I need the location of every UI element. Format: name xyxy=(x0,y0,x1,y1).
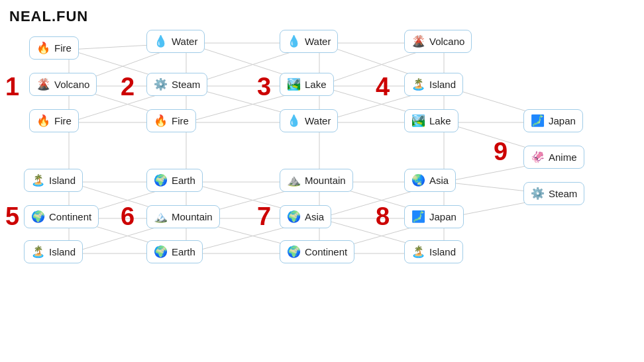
node-emoji: 💧 xyxy=(287,34,301,48)
step-label-3: 3 xyxy=(257,74,271,99)
node-emoji: 🌍 xyxy=(287,210,301,224)
node-n1[interactable]: 🔥Fire xyxy=(29,36,79,60)
node-label: Earth xyxy=(172,246,195,257)
node-emoji: ⚙️ xyxy=(154,77,168,91)
node-label: Lake xyxy=(305,79,327,90)
node-emoji: 🌏 xyxy=(411,173,425,187)
node-emoji: 🏞️ xyxy=(411,114,425,128)
node-emoji: 🔥 xyxy=(36,114,50,128)
node-emoji: 🏔️ xyxy=(154,210,168,224)
node-emoji: ⛰️ xyxy=(287,173,301,187)
node-emoji: 🗾 xyxy=(411,210,425,224)
node-emoji: 🌍 xyxy=(154,173,168,187)
step-label-1: 1 xyxy=(5,74,19,99)
node-label: Water xyxy=(305,36,331,47)
node-n18[interactable]: 🌍Continent xyxy=(280,240,354,263)
node-n7[interactable]: 🏝️Island xyxy=(24,169,83,192)
node-label: Mountain xyxy=(305,175,346,186)
node-n2[interactable]: 🌋Volcano xyxy=(29,73,97,96)
node-emoji: ⚙️ xyxy=(531,187,545,201)
node-label: Asia xyxy=(429,175,449,186)
step-label-7: 7 xyxy=(257,204,271,229)
node-emoji: 💧 xyxy=(287,114,301,128)
node-label: Water xyxy=(305,115,331,126)
step-label-4: 4 xyxy=(376,74,390,99)
step-label-8: 8 xyxy=(376,204,390,229)
node-label: Island xyxy=(429,79,456,90)
node-n27[interactable]: ⚙️Steam xyxy=(523,182,584,205)
node-n24[interactable]: 🏝️Island xyxy=(404,240,463,263)
node-n13[interactable]: 💧Water xyxy=(280,30,338,53)
node-n6[interactable]: 🔥Fire xyxy=(146,109,196,132)
node-emoji: 🏝️ xyxy=(411,77,425,91)
node-n21[interactable]: 🏞️Lake xyxy=(404,109,458,132)
node-n5[interactable]: ⚙️Steam xyxy=(146,73,207,96)
node-n25[interactable]: 🗾Japan xyxy=(523,109,583,132)
node-emoji: 🌋 xyxy=(36,77,50,91)
node-emoji: 🏝️ xyxy=(31,173,45,187)
node-emoji: 🌍 xyxy=(287,245,301,259)
node-emoji: 🗾 xyxy=(531,114,545,128)
node-n11[interactable]: 🏝️Island xyxy=(24,240,83,263)
node-label: Earth xyxy=(172,175,195,186)
node-n20[interactable]: 🏝️Island xyxy=(404,73,463,96)
node-n9[interactable]: 🌍Continent xyxy=(24,205,99,228)
node-n4[interactable]: 💧Water xyxy=(146,30,205,53)
node-emoji: 🌍 xyxy=(31,210,45,224)
node-label: Fire xyxy=(54,115,72,126)
node-n26[interactable]: 🦑Anime xyxy=(523,146,584,169)
step-label-6: 6 xyxy=(121,204,134,229)
node-label: Volcano xyxy=(429,36,464,47)
node-label: Water xyxy=(172,36,197,47)
node-label: Steam xyxy=(549,188,577,199)
node-emoji: 🏞️ xyxy=(287,77,301,91)
node-n16[interactable]: ⛰️Mountain xyxy=(280,169,353,192)
node-label: Island xyxy=(49,175,76,186)
node-label: Island xyxy=(49,246,76,257)
node-label: Steam xyxy=(172,79,200,90)
node-n17[interactable]: 🌍Asia xyxy=(280,205,331,228)
node-label: Japan xyxy=(429,211,456,222)
node-label: Asia xyxy=(305,211,324,222)
node-n14[interactable]: 🏞️Lake xyxy=(280,73,334,96)
node-emoji: 🏝️ xyxy=(411,245,425,259)
node-label: Anime xyxy=(549,152,577,163)
node-label: Mountain xyxy=(172,211,213,222)
step-label-9: 9 xyxy=(494,139,508,164)
node-emoji: 🔥 xyxy=(154,114,168,128)
node-emoji: 🔥 xyxy=(36,41,50,55)
node-n3[interactable]: 🔥Fire xyxy=(29,109,79,132)
node-n22[interactable]: 🌏Asia xyxy=(404,169,456,192)
node-n10[interactable]: 🏔️Mountain xyxy=(146,205,220,228)
node-n15[interactable]: 💧Water xyxy=(280,109,338,132)
node-label: Volcano xyxy=(54,79,89,90)
node-label: Japan xyxy=(549,115,576,126)
node-emoji: 🏝️ xyxy=(31,245,45,259)
node-n12[interactable]: 🌍Earth xyxy=(146,240,203,263)
node-emoji: 🦑 xyxy=(531,150,545,164)
node-label: Island xyxy=(429,246,456,257)
node-n19[interactable]: 🌋Volcano xyxy=(404,30,472,53)
node-emoji: 🌋 xyxy=(411,34,425,48)
node-label: Fire xyxy=(172,115,189,126)
node-n23[interactable]: 🗾Japan xyxy=(404,205,464,228)
node-emoji: 💧 xyxy=(154,34,168,48)
step-label-2: 2 xyxy=(121,74,134,99)
step-label-5: 5 xyxy=(5,204,19,229)
node-emoji: 🌍 xyxy=(154,245,168,259)
node-label: Lake xyxy=(429,115,451,126)
node-label: Continent xyxy=(49,211,91,222)
node-label: Continent xyxy=(305,246,347,257)
node-n8[interactable]: 🌍Earth xyxy=(146,169,203,192)
node-label: Fire xyxy=(54,42,72,54)
